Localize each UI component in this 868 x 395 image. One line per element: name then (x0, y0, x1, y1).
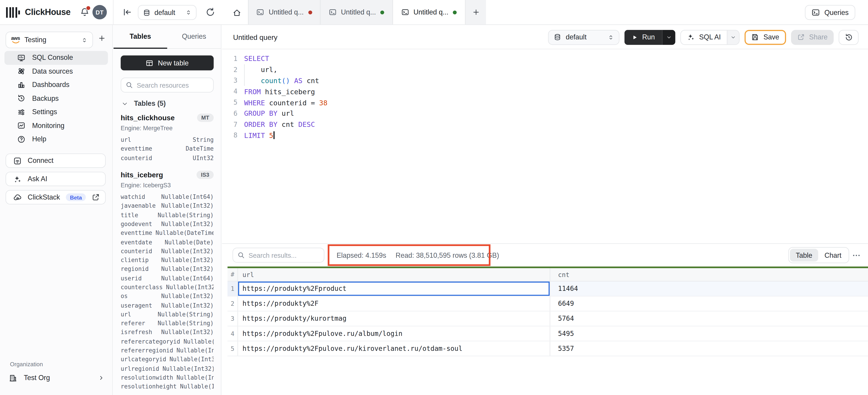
sidebar-button-ask-ai[interactable]: Ask AI (5, 172, 106, 186)
column-type: DateTime (186, 145, 214, 152)
sidebar-item-monitoring[interactable]: Monitoring (4, 119, 108, 133)
sidebar-item-dashboards[interactable]: Dashboards (4, 78, 108, 92)
code-token: url, (244, 65, 277, 74)
code-token: AS (294, 77, 303, 85)
column-name: regionid (121, 266, 149, 272)
table-row[interactable]: 2https://produkty%2F6649 (227, 297, 868, 311)
user-avatar[interactable]: DT (93, 5, 107, 20)
code-token: url (277, 109, 294, 118)
sidebar-item-help[interactable]: Help (4, 133, 108, 146)
share-icon (797, 33, 805, 41)
table-row[interactable]: 3https://produkty/kurortmag5764 (227, 311, 868, 327)
sparkles-icon (687, 33, 695, 41)
query-tab[interactable]: Untitled q... (320, 0, 393, 25)
query-tab-label: Untitled q... (341, 8, 376, 16)
sql-editor[interactable]: 1SELECT2 url,3 count() AS cnt4FROM hits_… (222, 49, 868, 141)
sparkle-icon (13, 175, 22, 183)
sidebar-item-sql-console[interactable]: SQL Console (4, 51, 108, 64)
search-icon (126, 82, 133, 89)
code-token: cnt (277, 120, 298, 129)
column-row: eventtimeNullable(DateTime6 (121, 228, 214, 237)
sidebar-button-label: Ask AI (28, 175, 47, 183)
column-name: referercategoryid (121, 338, 180, 344)
code-token (265, 131, 269, 140)
indent-guide (244, 64, 245, 86)
search-resources-input[interactable]: Search resources (121, 78, 214, 92)
column-name: refererregionid (121, 347, 173, 354)
view-toggle-table[interactable]: Table (790, 249, 818, 261)
updown-chevron-icon (82, 36, 88, 44)
updown-chevron-icon (186, 9, 192, 16)
cell-cnt: 5764 (550, 311, 868, 326)
column-name: eventtime (121, 229, 152, 236)
code-token: count (261, 77, 282, 85)
sql-ai-label: SQL AI (699, 33, 721, 41)
code-line: 4FROM hits_iceberg (222, 86, 868, 97)
run-options-caret[interactable] (662, 30, 676, 45)
view-toggle: TableChart (788, 247, 849, 263)
sidebar-item-data-sources[interactable]: Data sources (4, 64, 108, 78)
home-tab-button[interactable] (228, 4, 245, 21)
new-table-button[interactable]: New table (121, 56, 214, 70)
add-service-button[interactable] (98, 34, 106, 42)
table-row[interactable]: 4https://produkty%2Fpulove.ru/album/logi… (227, 327, 868, 341)
tables-section-header[interactable]: Tables (5) (114, 100, 221, 107)
column-row: counteridUInt32 (121, 153, 214, 162)
sql-ai-button[interactable]: SQL AI (681, 30, 727, 44)
column-type: Nullable(Int32) (161, 302, 214, 308)
resource-explorer: TablesQueries New table Search resources… (114, 25, 221, 395)
connect-icon (13, 157, 22, 165)
search-results-input[interactable]: Search results... (232, 248, 324, 263)
terminal-icon (329, 8, 337, 16)
chevron-down-icon (666, 35, 671, 40)
tab-status-dot (380, 10, 384, 14)
share-button: Share (791, 30, 834, 45)
sql-ai-caret[interactable] (727, 30, 739, 44)
beta-badge: Beta (66, 193, 86, 201)
explorer-tab-tables[interactable]: Tables (114, 25, 167, 49)
add-tab-button[interactable] (465, 0, 486, 25)
sidebar-item-backups[interactable]: Backups (4, 92, 108, 105)
column-type: Nullable(String) (158, 211, 214, 218)
data-sources-icon (17, 67, 26, 76)
sidebar-button-connect[interactable]: Connect (5, 153, 106, 168)
notifications-bell-icon[interactable] (80, 7, 90, 17)
database-select[interactable]: default (548, 30, 620, 45)
column-row: urlString (121, 135, 214, 144)
queries-button[interactable]: Queries (805, 5, 855, 20)
run-button-group: Run (624, 30, 676, 45)
tab-status-dot (308, 10, 312, 14)
query-history-button[interactable] (839, 30, 859, 45)
refresh-button[interactable] (206, 7, 215, 17)
workspace-name: Testing (25, 36, 77, 44)
view-toggle-chart[interactable]: Chart (818, 249, 848, 261)
column-type: Nullable(I (184, 338, 214, 344)
organization-row[interactable]: Test Org (0, 371, 113, 385)
save-button-label: Save (764, 33, 779, 41)
code-text: SELECT (238, 55, 269, 63)
save-button[interactable]: Save (745, 30, 786, 45)
connection-select[interactable]: default (138, 5, 196, 20)
sidebar-item-settings[interactable]: Settings (4, 105, 108, 119)
table-row[interactable]: 5https://produkty%2Fpulove.ru/kiroverlan… (227, 341, 868, 356)
sidebar-button-clickstack[interactable]: ClickStackBeta (5, 190, 106, 204)
run-button[interactable]: Run (624, 30, 662, 45)
query-title[interactable]: Untitled query (233, 25, 277, 49)
results-menu-button[interactable] (852, 251, 861, 260)
table-entry-header[interactable]: hits_icebergIS3 (121, 170, 214, 179)
table-row[interactable]: 1https://produkty%2Fproduct11464 (227, 282, 868, 297)
table-entry-header[interactable]: hits_clickhouseMT (121, 113, 214, 122)
collapse-sidebar-button[interactable] (122, 7, 132, 17)
query-tab[interactable]: Untitled q... (248, 0, 320, 25)
tables-section-label: Tables (5) (134, 100, 166, 107)
topbar-divider (113, 0, 113, 25)
explorer-tab-queries[interactable]: Queries (167, 25, 221, 49)
code-token (290, 77, 294, 85)
search-placeholder: Search resources (137, 81, 189, 89)
column-type: Nullable(String) (158, 320, 214, 327)
workspace-select[interactable]: aws Testing (5, 31, 93, 48)
sidebar-item-label: Help (32, 136, 46, 143)
app-window: ClickHouse DT default Untitled q...Untit… (0, 0, 868, 395)
query-tab[interactable]: Untitled q... (393, 0, 465, 25)
results-table-header: #urlcnt (227, 268, 868, 282)
